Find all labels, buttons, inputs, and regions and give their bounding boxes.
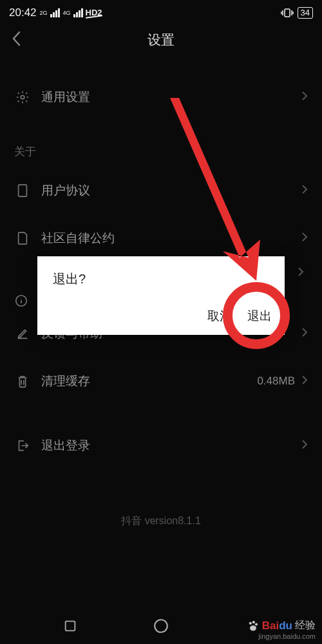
nav-recent-icon[interactable]	[63, 619, 77, 636]
row-clear-cache[interactable]: 清理缓存 0.48MB	[14, 357, 308, 405]
chevron-right-icon	[301, 232, 308, 245]
info-icon	[14, 294, 28, 308]
trash-icon	[14, 374, 31, 388]
edit-icon	[14, 327, 31, 341]
dialog-title: 退出?	[53, 270, 269, 288]
logout-dialog: 退出? 取消 退出	[37, 256, 285, 335]
signal-icon-2	[73, 8, 83, 17]
chevron-right-icon	[301, 439, 308, 452]
document-icon	[14, 184, 31, 198]
row-label: 社区自律公约	[41, 230, 301, 247]
file-icon	[14, 231, 31, 245]
svg-rect-4	[66, 621, 75, 631]
header: 设置	[0, 22, 322, 58]
hd2-label: HD2	[86, 8, 102, 17]
app-version: 抖音 version8.1.1	[14, 515, 308, 528]
section-about: 关于	[14, 121, 308, 167]
row-user-agreement[interactable]: 用户协议	[14, 167, 308, 214]
status-time: 20:42	[9, 6, 37, 19]
chevron-right-icon	[301, 327, 308, 340]
watermark-url: jingyan.baidu.com	[247, 632, 316, 640]
svg-point-5	[155, 620, 167, 632]
row-label: 用户协议	[41, 182, 301, 199]
confirm-button[interactable]: 退出	[247, 308, 272, 325]
svg-point-1	[21, 95, 24, 99]
signal-icon-1	[50, 8, 60, 17]
svg-point-9	[250, 625, 256, 630]
row-general-settings[interactable]: 通用设置	[14, 73, 308, 121]
svg-rect-2	[19, 185, 27, 196]
watermark-brand: Baidu	[262, 620, 292, 632]
gear-icon	[14, 90, 31, 104]
battery-label: 34	[298, 7, 313, 19]
net-4g-label: 4G	[63, 10, 71, 16]
logout-icon	[14, 439, 31, 453]
row-label: 退出登录	[41, 437, 301, 454]
paw-icon	[247, 620, 260, 632]
row-label: 通用设置	[41, 89, 301, 106]
status-bar: 20:42 2G 4G HD2 34	[0, 0, 322, 22]
nav-home-icon[interactable]	[153, 618, 169, 637]
row-community-guidelines[interactable]: 社区自律公约	[14, 214, 308, 262]
vibrate-icon	[281, 8, 294, 18]
chevron-right-icon	[301, 375, 308, 388]
status-right: 34	[281, 7, 313, 19]
svg-rect-0	[285, 9, 290, 17]
cache-size: 0.48MB	[257, 375, 295, 388]
chevron-right-icon	[301, 91, 308, 104]
svg-point-7	[252, 621, 255, 623]
watermark-sub: 经验	[295, 619, 316, 632]
row-label: 清理缓存	[41, 373, 257, 390]
svg-point-6	[249, 621, 252, 624]
svg-point-8	[255, 623, 258, 625]
chevron-right-icon	[298, 267, 304, 277]
watermark: Baidu 经验 jingyan.baidu.com	[247, 619, 316, 640]
chevron-right-icon	[301, 184, 308, 197]
status-left: 20:42 2G 4G HD2	[9, 6, 102, 19]
page-title: 设置	[12, 31, 310, 49]
row-logout[interactable]: 退出登录	[14, 422, 308, 469]
net-2g-label: 2G	[40, 10, 48, 16]
cancel-button[interactable]: 取消	[207, 308, 232, 325]
